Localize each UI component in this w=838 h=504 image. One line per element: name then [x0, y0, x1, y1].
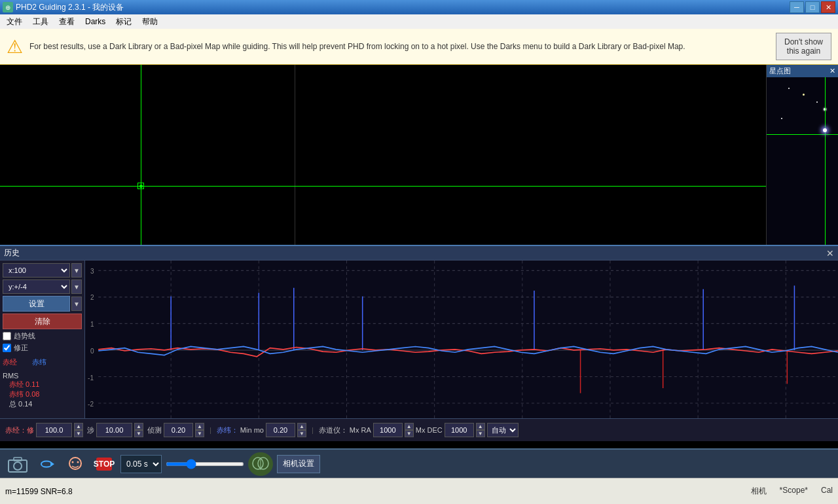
mx-ra-input[interactable]	[373, 423, 403, 437]
titlebar-controls: ─ □ ✕	[790, 1, 835, 13]
menubar: 文件 工具 查看 Darks 标记 帮助	[0, 14, 838, 29]
history-controls: x:100 x:200 x:50 ▼ y:+/-4 y:+/-2 y:+/-8 …	[0, 261, 85, 418]
detect-group: 侦测 ▲ ▼	[147, 423, 204, 437]
star-map-close[interactable]: ✕	[829, 67, 835, 75]
ra-correction-down[interactable]: ▼	[74, 430, 83, 437]
star-map-title: 星点图 ✕	[767, 65, 838, 77]
stop-icon-button[interactable]: STOP	[92, 452, 117, 476]
menu-tools[interactable]: 工具	[27, 14, 54, 29]
status-right: 相机 *Scope* Cal	[751, 486, 833, 497]
svg-text:0: 0	[90, 347, 94, 355]
graph-svg: 3 2 1 0 -1 -2	[85, 261, 838, 418]
ra-correction-up[interactable]: ▲	[74, 423, 83, 430]
detect-spinner: ▲ ▼	[195, 423, 204, 437]
toolbar: STOP 0.05 s 0.1 s 0.5 s 1 s 2 s 相机设置	[0, 448, 838, 478]
menu-darks[interactable]: Darks	[80, 14, 111, 29]
svg-text:-2: -2	[88, 400, 94, 408]
maximize-button[interactable]: □	[805, 1, 820, 13]
settings-arrow[interactable]: ▼	[71, 297, 82, 311]
app-icon: ⊕	[3, 2, 13, 12]
loop-icon-button[interactable]	[34, 452, 59, 476]
exposure-control: 0.05 s 0.1 s 0.5 s 1 s 2 s	[120, 455, 162, 473]
loop-icon	[36, 455, 57, 473]
rms-section: RMS 赤经 0.11 赤纬 0.08 总 0.14	[3, 372, 82, 409]
history-params: 赤经：修 ▲ ▼ 涉 ▲ ▼ 侦测 ▲ ▼ | 赤纬： Min	[0, 418, 838, 441]
min-mo-label: Min mo	[240, 426, 264, 434]
history-body: x:100 x:200 x:50 ▼ y:+/-4 y:+/-2 y:+/-8 …	[0, 261, 838, 418]
camera-settings-button[interactable]: 相机设置	[277, 455, 320, 473]
mx-dec-spinner: ▲ ▼	[476, 423, 485, 437]
face-icon-button[interactable]	[63, 452, 88, 476]
scope-label: 赤道仪：	[319, 425, 348, 435]
svg-marker-34	[50, 461, 54, 467]
clear-button[interactable]: 清除	[3, 314, 82, 329]
close-button[interactable]: ✕	[821, 1, 835, 13]
svg-point-32	[14, 462, 22, 470]
min-mo-spinner: ▲ ▼	[297, 423, 306, 437]
brain-icon	[251, 456, 270, 473]
trend-line-checkbox[interactable]: 趋势线	[3, 331, 82, 341]
minimize-button[interactable]: ─	[790, 1, 804, 13]
slope-spinner: ▲ ▼	[134, 423, 143, 437]
menu-markers[interactable]: 标记	[111, 14, 137, 29]
mode-select[interactable]: 自动 北 南	[487, 423, 519, 437]
gain-slider[interactable]	[166, 462, 244, 466]
titlebar: ⊕ PHD2 Guiding 2.3.1 - 我的设备 ─ □ ✕	[0, 0, 838, 14]
rms-total: 总 0.14	[3, 399, 82, 409]
detect-down[interactable]: ▼	[195, 430, 204, 437]
mx-ra-up[interactable]: ▲	[405, 423, 414, 430]
dont-show-button[interactable]: Don't showthis again	[776, 33, 831, 60]
menu-help[interactable]: 帮助	[137, 14, 163, 29]
menu-file[interactable]: 文件	[1, 14, 27, 29]
svg-text:3: 3	[90, 266, 94, 274]
svg-text:1: 1	[90, 319, 94, 327]
slope-up[interactable]: ▲	[134, 423, 143, 430]
history-close-button[interactable]: ✕	[826, 248, 834, 259]
slider-group	[166, 462, 244, 466]
camera-icon-button[interactable]	[5, 452, 30, 476]
mx-dec-down[interactable]: ▼	[476, 430, 485, 437]
x-scale-arrow[interactable]: ▼	[71, 263, 82, 278]
slope-label: 涉	[87, 425, 94, 435]
slope-down[interactable]: ▼	[134, 430, 143, 437]
x-scale-select[interactable]: x:100 x:200 x:50	[3, 263, 70, 278]
ra-correction-input[interactable]	[36, 423, 72, 437]
settings-button[interactable]: 设置	[3, 296, 70, 312]
mx-dec-up[interactable]: ▲	[476, 423, 485, 430]
crosshair-horizontal	[0, 186, 766, 187]
history-section: 历史 ✕ x:100 x:200 x:50 ▼ y:+/-4 y:+/-2 y:…	[0, 245, 838, 441]
brain-icon-button[interactable]	[248, 452, 273, 476]
min-mo-input[interactable]	[266, 423, 295, 437]
rms-dec: 赤纬 0.08	[3, 389, 82, 399]
status-info: m=11599 SNR=6.8	[5, 487, 751, 496]
svg-rect-33	[14, 458, 22, 461]
settings-control: 设置 ▼	[3, 296, 82, 312]
y-scale-select[interactable]: y:+/-4 y:+/-2 y:+/-8	[3, 279, 70, 294]
history-graph: 3 2 1 0 -1 -2	[85, 261, 838, 418]
mx-dec-input[interactable]	[445, 423, 474, 437]
svg-point-37	[77, 461, 79, 463]
scope-group: 赤道仪： Mx RA ▲ ▼ Mx DEC ▲ ▼ 自动 北 南	[319, 423, 519, 437]
guide-star	[139, 185, 143, 188]
ra-label: 赤经	[3, 358, 17, 366]
scope-status: *Scope*	[780, 486, 808, 497]
detect-up[interactable]: ▲	[195, 423, 204, 430]
min-mo-up[interactable]: ▲	[297, 423, 306, 430]
slope-input[interactable]	[96, 423, 132, 437]
dec-group: 赤纬： Min mo ▲ ▼	[217, 423, 306, 437]
rms-label: RMS	[3, 372, 82, 380]
history-title: 历史	[4, 247, 20, 259]
dec-label: 赤纬	[32, 358, 46, 366]
exposure-select[interactable]: 0.05 s 0.1 s 0.5 s 1 s 2 s	[120, 455, 162, 473]
y-scale-arrow[interactable]: ▼	[71, 279, 82, 294]
mx-ra-down[interactable]: ▼	[405, 430, 414, 437]
dec-param-label: 赤纬：	[217, 425, 238, 435]
svg-text:2: 2	[90, 293, 94, 301]
min-mo-down[interactable]: ▼	[297, 430, 306, 437]
menu-view[interactable]: 查看	[54, 14, 80, 29]
camera-status: 相机	[751, 486, 767, 497]
correction-checkbox[interactable]: 修正	[3, 343, 82, 353]
detect-input[interactable]	[164, 423, 193, 437]
statusbar: m=11599 SNR=6.8 相机 *Scope* Cal	[0, 478, 838, 504]
svg-text:STOP: STOP	[94, 459, 115, 469]
